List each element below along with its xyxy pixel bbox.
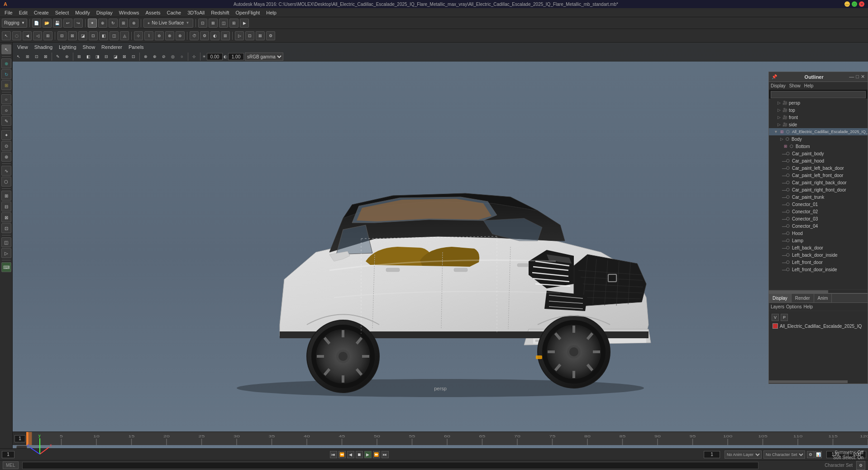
stop-btn[interactable]: ⏹: [356, 451, 363, 458]
outliner-hscroll-thumb[interactable]: [769, 290, 828, 293]
universal-tool-btn[interactable]: ⊗: [129, 19, 138, 28]
select-tool-btn[interactable]: ✦: [88, 19, 97, 28]
vp-menu-view[interactable]: View: [14, 43, 31, 51]
jump-to-end-btn[interactable]: ⏭: [382, 451, 389, 458]
undo-btn[interactable]: ↩: [63, 19, 72, 28]
camera-btn3[interactable]: ◫: [219, 19, 228, 28]
vp-icon15[interactable]: ⊘: [160, 53, 168, 61]
select-arrow-btn[interactable]: ↖: [2, 31, 11, 40]
tree-item-left-front-door[interactable]: — ⬡ Left_front_door: [769, 259, 868, 266]
vp-icon7[interactable]: ◧: [84, 53, 92, 61]
outliner-tree[interactable]: ▷ 🎥 persp ▷ 🎥 top ▷ 🎥 front ▷ 🎥 side: [769, 99, 868, 289]
outliner-minimize-btn[interactable]: —: [849, 74, 854, 80]
texture-btn[interactable]: ⊞: [221, 31, 230, 40]
bp-subtab-layers[interactable]: Layers: [771, 304, 784, 309]
menu-edit[interactable]: Edit: [16, 9, 30, 16]
anim-layer-select[interactable]: No Anim Layer: [725, 451, 762, 459]
menu-modify[interactable]: Modify: [72, 9, 92, 16]
render-settings-btn[interactable]: ⚙: [266, 31, 275, 40]
bp-item-row[interactable]: All_Electric_Cadillac_Escalade_2025_IQ: [771, 322, 866, 330]
bp-tab-display[interactable]: Display: [769, 294, 792, 302]
display-layer-btn[interactable]: ⊠: [256, 31, 265, 40]
menu-display[interactable]: Display: [94, 9, 115, 16]
snap-surface-btn[interactable]: ⊗: [165, 31, 174, 40]
poly-btn3[interactable]: ◪: [78, 31, 87, 40]
menu-file[interactable]: File: [2, 9, 15, 16]
sculpt-tool[interactable]: ⌾: [1, 105, 11, 115]
current-frame-input[interactable]: [704, 451, 720, 458]
soft-mod-tool[interactable]: ○: [1, 94, 11, 104]
character-set-select[interactable]: No Character Set: [763, 451, 805, 459]
bp-tab-render[interactable]: Render: [792, 294, 814, 302]
vp-icon5[interactable]: ⊛: [63, 53, 71, 61]
vp-icon2[interactable]: ⊡: [33, 53, 41, 61]
vp-icon11[interactable]: ⊠: [120, 53, 129, 61]
skin-tool[interactable]: ⊛: [1, 152, 11, 162]
paint-select-btn[interactable]: ◀: [23, 31, 32, 40]
vp-menu-panels[interactable]: Panels: [126, 43, 147, 51]
vp-icon17[interactable]: ○: [178, 53, 186, 61]
bp-subtab-help[interactable]: Help: [803, 304, 813, 309]
poly-btn6[interactable]: ◫: [110, 31, 119, 40]
exposure-input[interactable]: [207, 53, 223, 60]
snap-live-btn[interactable]: ⊕: [176, 31, 185, 40]
tree-item-left-back-door-inside[interactable]: — ⬡ Left_back_door_inside: [769, 251, 868, 259]
menu-openflight[interactable]: OpenFlight: [233, 9, 263, 16]
tree-item-conector-02[interactable]: — ⬡ Conector_02: [769, 208, 868, 215]
rotate-tool[interactable]: ↻: [1, 69, 11, 79]
outliner-menu-display[interactable]: Display: [771, 83, 786, 88]
scale-tool[interactable]: ⊞: [1, 80, 11, 90]
anim-btn1[interactable]: ⚙: [807, 451, 814, 458]
history-btn[interactable]: ⏱: [190, 31, 199, 40]
menu-3dtoall[interactable]: 3DToAll: [185, 9, 207, 16]
ipr-btn[interactable]: ⊡: [245, 31, 254, 40]
command-input[interactable]: [22, 462, 758, 469]
vp-icon10[interactable]: ◪: [111, 53, 119, 61]
display-btn[interactable]: ◫: [1, 237, 11, 247]
gamma-input[interactable]: [228, 53, 244, 60]
vp-icon16[interactable]: ◎: [169, 53, 177, 61]
script-editor-btn[interactable]: ⌨: [1, 262, 11, 272]
tree-item-lamp[interactable]: — ⬡ Lamp: [769, 237, 868, 244]
paint-tool[interactable]: ✎: [1, 116, 11, 126]
start-frame-input[interactable]: [14, 435, 25, 442]
timeline-ruler[interactable]: 5 10 15 20 25 30 35 40 45: [26, 432, 868, 445]
playback-start-input[interactable]: [2, 451, 14, 458]
save-scene-btn[interactable]: 💾: [53, 19, 62, 28]
tree-item-conector-01[interactable]: — ⬡ Conector_01: [769, 201, 868, 208]
poly-btn2[interactable]: ⊠: [68, 31, 77, 40]
bp-scroll-thumb[interactable]: [769, 380, 848, 383]
jump-to-start-btn[interactable]: ⏮: [330, 451, 337, 458]
bp-tab-anim[interactable]: Anim: [814, 294, 832, 302]
move-tool-btn[interactable]: ⊕: [98, 19, 107, 28]
soft-select-btn[interactable]: ◁: [33, 31, 42, 40]
poly-btn7[interactable]: ◬: [120, 31, 129, 40]
tree-item-car-paint-right-back-door[interactable]: — ⬡ Car_paint_right_back_door: [769, 179, 868, 186]
curve-tool[interactable]: ∿: [1, 166, 11, 176]
vp-menu-renderer[interactable]: Renderer: [99, 43, 125, 51]
vp-icon6[interactable]: ⊞: [75, 53, 83, 61]
tree-item-car-paint-left-back-door[interactable]: — ⬡ Car_paint_left_back_door: [769, 164, 868, 172]
input-op-btn[interactable]: ⚙: [200, 31, 209, 40]
ik-tool[interactable]: ⊙: [1, 141, 11, 151]
select-tool[interactable]: ↖: [1, 44, 11, 54]
surface-tool[interactable]: ⬡: [1, 177, 11, 187]
vp-menu-lighting[interactable]: Lighting: [56, 43, 79, 51]
open-scene-btn[interactable]: 📂: [43, 19, 52, 28]
outliner-search-input[interactable]: [771, 91, 866, 98]
poly-btn4[interactable]: ⊡: [89, 31, 98, 40]
layout2[interactable]: ⊟: [1, 201, 11, 211]
mel-label[interactable]: MEL: [3, 461, 19, 469]
vp-select-icon[interactable]: ↖: [14, 53, 23, 61]
vp-icon1[interactable]: ⊞: [24, 53, 32, 61]
tree-item-left-front-door-inside[interactable]: — ⬡ Left_front_door_inside: [769, 266, 868, 273]
bp-item-color-swatch[interactable]: [773, 323, 778, 329]
menu-redshift[interactable]: Redshift: [208, 9, 232, 16]
render-btn[interactable]: ▶: [240, 19, 249, 28]
redo-btn[interactable]: ↪: [74, 19, 83, 28]
outliner-maximize-btn[interactable]: □: [856, 74, 859, 80]
no-live-surface-btn[interactable]: ● No Live Surface ▼: [143, 19, 194, 28]
minimize-button[interactable]: —: [844, 1, 850, 7]
vp-icon3[interactable]: ⊠: [42, 53, 50, 61]
camera-btn2[interactable]: ⊠: [209, 19, 218, 28]
